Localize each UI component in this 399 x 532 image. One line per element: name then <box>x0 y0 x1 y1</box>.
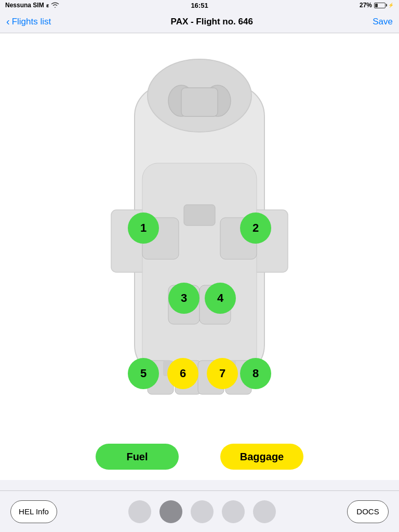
status-time: 16:51 <box>191 2 208 9</box>
seat-3[interactable]: 3 <box>168 283 200 314</box>
tab-dot-2[interactable] <box>159 500 182 523</box>
tab-dots <box>128 500 276 523</box>
svg-rect-4 <box>181 88 218 116</box>
save-button[interactable]: Save <box>373 17 393 27</box>
seat-4-label: 4 <box>217 291 223 305</box>
chevron-left-icon: ‹ <box>6 16 10 28</box>
tab-dot-1[interactable] <box>128 500 151 523</box>
seat-5[interactable]: 5 <box>128 358 159 389</box>
aircraft-diagram <box>90 44 309 407</box>
status-left: Nessuna SIM 𝛆︎ <box>5 2 59 9</box>
docs-button[interactable]: DOCS <box>347 500 389 523</box>
carrier-label: Nessuna SIM <box>5 2 44 9</box>
fuel-button[interactable]: Fuel <box>96 444 179 470</box>
seat-5-label: 5 <box>140 367 147 380</box>
seat-6[interactable]: 6 <box>167 358 198 389</box>
charging-icon: ⚡ <box>388 3 394 8</box>
battery-percent: 27% <box>360 2 372 9</box>
battery-fill <box>375 4 378 7</box>
wifi-signal <box>51 2 59 9</box>
seat-2[interactable]: 2 <box>240 212 271 244</box>
seat-7-label: 7 <box>219 367 225 380</box>
seat-1[interactable]: 1 <box>128 212 159 244</box>
legend-area: Fuel Baggage <box>0 444 399 470</box>
main-content: 1 2 3 4 5 6 7 8 Fuel Baggage <box>0 33 399 480</box>
seat-4[interactable]: 4 <box>205 283 236 314</box>
tab-bar: HEL Info DOCS <box>0 490 399 532</box>
svg-rect-16 <box>184 205 215 225</box>
seat-6-label: 6 <box>180 367 186 380</box>
battery-icon <box>374 3 385 8</box>
seat-7[interactable]: 7 <box>207 358 238 389</box>
hel-info-button[interactable]: HEL Info <box>10 500 57 523</box>
tab-dot-5[interactable] <box>253 500 276 523</box>
seat-8-label: 8 <box>252 367 259 380</box>
wifi-icon: 𝛆︎ <box>46 2 49 9</box>
page-title: PAX - Flight no. 646 <box>171 17 253 27</box>
nav-bar: ‹ Flights list PAX - Flight no. 646 Save <box>0 10 399 33</box>
back-label: Flights list <box>12 17 51 27</box>
tab-dot-3[interactable] <box>191 500 214 523</box>
status-right: 27% ⚡ <box>360 2 394 9</box>
seat-3-label: 3 <box>181 291 187 305</box>
status-bar: Nessuna SIM 𝛆︎ 16:51 27% ⚡ <box>0 0 399 10</box>
tab-dot-4[interactable] <box>222 500 245 523</box>
seat-1-label: 1 <box>140 221 147 235</box>
svg-rect-7 <box>142 163 257 371</box>
seat-2-label: 2 <box>252 221 259 235</box>
baggage-button[interactable]: Baggage <box>220 444 303 470</box>
seat-8[interactable]: 8 <box>240 358 271 389</box>
back-button[interactable]: ‹ Flights list <box>6 16 51 28</box>
aircraft-area: 1 2 3 4 5 6 7 8 <box>0 33 399 428</box>
